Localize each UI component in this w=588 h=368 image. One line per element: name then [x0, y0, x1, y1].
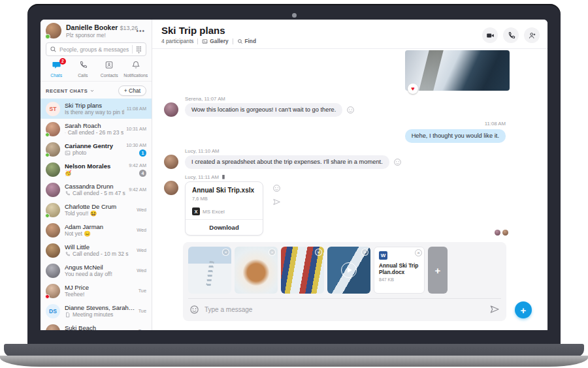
- message-input-row: [188, 299, 501, 317]
- avatar: [46, 183, 60, 197]
- unread-count-badge: 2: [59, 58, 66, 65]
- forward-button[interactable]: [272, 198, 281, 206]
- gallery-button[interactable]: Gallery: [202, 38, 228, 44]
- avatar: [46, 223, 60, 238]
- play-icon: [341, 262, 357, 278]
- unread-badge: 1: [139, 149, 146, 157]
- heart-reaction-badge[interactable]: ♥: [408, 84, 418, 94]
- outgoing-message: 11:08 AM Hehe, I thought you would like …: [161, 121, 506, 143]
- nav-tabs: 2 Chats Calls Contacts Notifications: [41, 59, 152, 82]
- video-call-button[interactable]: [482, 27, 498, 43]
- chat-list-item-will-little[interactable]: Will Little Call ended - 10 m 32 s Wed: [41, 240, 152, 260]
- attachment-doc-size: 847 KB: [379, 277, 419, 282]
- message-meta: Serena, 11:07 AM: [185, 96, 355, 102]
- attachment-photo-snow-trail[interactable]: ×: [188, 247, 231, 294]
- chat-list-item-dianne-stevens-sarah-roach[interactable]: DS Dianne Stevens, Sarah Roach Meeting m…: [41, 301, 152, 321]
- download-button[interactable]: Download: [186, 219, 263, 235]
- avatar: [164, 102, 178, 117]
- conversation-header: Ski Trip plans 4 participants Gallery Fi…: [152, 20, 547, 49]
- new-chat-button[interactable]: + Chat: [118, 85, 146, 96]
- chat-list-item-mj-price[interactable]: MJ Price Teehee! Tue: [41, 281, 152, 301]
- remove-attachment-icon[interactable]: ×: [361, 249, 368, 256]
- emoji-picker-icon[interactable]: [189, 305, 199, 314]
- chat-list-item-ski-trip-plans[interactable]: ST Ski Trip plans Is there any way to pi…: [41, 99, 152, 119]
- word-icon: W: [379, 251, 387, 260]
- attachment-photo-ski-gear[interactable]: ×: [281, 247, 324, 294]
- attachment-document[interactable]: W Annual Ski Trip Plan.docx 847 KB ×: [374, 247, 425, 294]
- user-profile-row[interactable]: Danielle Booker$13,26 Plz sponsor me! ••…: [41, 20, 152, 40]
- add-reaction-button[interactable]: [272, 184, 281, 192]
- skype-window: Danielle Booker$13,26 Plz sponsor me! ••…: [41, 20, 547, 330]
- file-attachment-card[interactable]: Annual Ski Trip.xslx 7,6 MB X MS Excel D…: [185, 181, 263, 236]
- chat-list-item-sarah-roach[interactable]: Sarah Roach Call ended - 26 m 23 s 10:31…: [41, 119, 152, 139]
- add-participant-button[interactable]: [524, 27, 540, 43]
- smiley-icon: [393, 158, 402, 166]
- seen-avatar: [495, 230, 500, 236]
- tab-calls[interactable]: Calls: [70, 60, 97, 78]
- file-icon: [65, 312, 71, 318]
- composer: × × × × W Annual Ski Trip Plan.docx 847 …: [183, 242, 506, 321]
- tab-notifications[interactable]: Notifications: [123, 60, 150, 78]
- chat-list-item-carianne-gentry[interactable]: Carianne Gentry photo 10:30 AM1: [41, 139, 152, 159]
- search-bar[interactable]: [46, 42, 146, 56]
- smiley-icon: [272, 184, 281, 192]
- file-app-name: MS Excel: [203, 209, 225, 215]
- new-action-fab[interactable]: +: [515, 301, 532, 318]
- remove-attachment-icon[interactable]: ×: [415, 249, 422, 256]
- notifications-icon: [131, 60, 140, 70]
- find-button[interactable]: Find: [237, 38, 257, 44]
- add-reaction-button[interactable]: [346, 106, 355, 114]
- user-status-message: Plz sponsor me!: [66, 32, 135, 38]
- message-input[interactable]: [204, 306, 484, 313]
- chevron-down-icon[interactable]: [90, 88, 95, 93]
- remove-attachment-icon[interactable]: ×: [315, 249, 322, 256]
- chat-list-item-nelson-morales[interactable]: Nelson Morales 🥳 9:42 AM4: [41, 159, 152, 179]
- user-info: Danielle Booker$13,26 Plz sponsor me!: [66, 23, 135, 38]
- sent-photo-message[interactable]: ♥: [405, 50, 510, 91]
- avatar: [46, 284, 60, 298]
- laptop-hinge: [4, 344, 584, 357]
- divider: [233, 38, 233, 44]
- call-icon: [65, 251, 71, 257]
- seen-avatar: [502, 230, 508, 236]
- search-input[interactable]: [59, 46, 131, 53]
- group-avatar: DS: [46, 304, 60, 318]
- video-camera-icon: [486, 31, 495, 40]
- message-bubble: Wow this location is gorgeous! I can't w…: [185, 103, 342, 117]
- remove-attachment-icon[interactable]: ×: [269, 249, 276, 256]
- remove-attachment-icon[interactable]: ×: [222, 249, 229, 256]
- call-icon: [65, 191, 71, 196]
- dialpad-icon[interactable]: [135, 46, 142, 54]
- online-status-dot: [45, 132, 50, 137]
- chat-list-item-cassandra-drunn[interactable]: Cassandra Drunn Call ended - 5 m 47 s 9:…: [41, 179, 152, 200]
- contacts-icon: [105, 60, 114, 70]
- laptop-base: [0, 356, 588, 367]
- message-meta: Lucy, 11:10 AM: [185, 148, 402, 154]
- file-name: Annual Ski Trip.xslx: [192, 187, 256, 194]
- recent-chats-header: RECENT CHATS + Chat: [41, 82, 152, 99]
- tab-chats[interactable]: 2 Chats: [43, 60, 70, 78]
- send-icon[interactable]: [489, 304, 500, 314]
- avatar: [46, 23, 61, 38]
- online-status-dot: [45, 213, 50, 218]
- chat-list-item-angus-mcneil[interactable]: Angus McNeil You need a day off! Wed: [41, 260, 152, 281]
- add-person-icon: [528, 31, 536, 40]
- more-menu-button[interactable]: •••: [135, 27, 146, 35]
- add-reaction-button[interactable]: [393, 158, 402, 166]
- message-bubble: Hehe, I thought you would like it.: [405, 129, 506, 143]
- audio-call-button[interactable]: [503, 27, 519, 43]
- calls-icon: [78, 60, 88, 70]
- chat-list-item-adam-jarman[interactable]: Adam Jarman Not yet 😑 Wed: [41, 220, 152, 240]
- tab-contacts[interactable]: Contacts: [96, 60, 123, 78]
- message-time: 11:08 AM: [161, 121, 506, 127]
- attachment-photo-dog[interactable]: ×: [235, 247, 278, 294]
- add-attachment-button[interactable]: +: [428, 247, 448, 294]
- attachment-video[interactable]: ×: [327, 247, 370, 294]
- chat-list-item-charlotte-de-crum[interactable]: Charlotte De Crum Told you!! 😆 Wed: [41, 200, 152, 220]
- chat-list-item-suki-beach[interactable]: Suki Beach Call ended - 27 m 29 s Tue: [41, 321, 152, 330]
- forward-plane-icon: [272, 198, 281, 206]
- photo-icon: [65, 150, 71, 156]
- avatar: [46, 324, 60, 331]
- incoming-message-lucy: Lucy, 11:10 AM I created a spreadsheet a…: [161, 148, 547, 169]
- chat-list: ST Ski Trip plans Is there any way to pi…: [41, 99, 152, 330]
